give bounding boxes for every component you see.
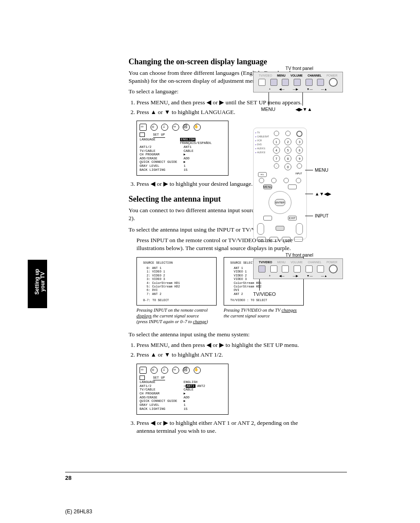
- panel1-box: TV/VIDEO MENU VOLUME CHANNEL POWER +◀: [253, 72, 343, 92]
- callout-line: [269, 92, 269, 106]
- vol-down-button[interactable]: [282, 79, 289, 86]
- input-label: INPUT: [295, 172, 302, 177]
- remote-bottom-btn[interactable]: [269, 237, 278, 242]
- osd-row: CH PROGRAM▶: [140, 153, 225, 157]
- num-5-button[interactable]: 5: [284, 147, 291, 154]
- menu-select-steps-cont: Press ◀ or ▶ to highlight either ANT 1 o…: [136, 419, 304, 435]
- osd-icon: ▭: [172, 124, 179, 131]
- lbl-channel: CHANNEL: [308, 74, 322, 77]
- callout-menu: MENU: [261, 107, 275, 112]
- lbl-volume: VOLUME: [291, 74, 303, 77]
- remote-callout-menu: MENU: [315, 167, 328, 173]
- num-8-button[interactable]: 8: [284, 155, 291, 162]
- section1-title: Changing the on-screen display language: [129, 57, 410, 66]
- osd-icon: ♫: [161, 124, 168, 131]
- mode-label: DVD: [255, 143, 269, 147]
- lbl-power: POWER: [327, 74, 338, 77]
- mode-label: AUDIO2: [255, 151, 269, 155]
- ent-button[interactable]: [297, 163, 302, 169]
- remote-box: TV CABLE/SAT VCR DVD AUDIO1 AUDIO2 12345…: [253, 128, 307, 239]
- num-2-button[interactable]: 2: [284, 138, 291, 145]
- src-line: 2: VIDEO 2: [147, 274, 213, 277]
- osd-icon: ▭: [172, 367, 179, 374]
- caption-text: Pressing INPUT on the remote control: [136, 308, 208, 313]
- callout-line: [305, 216, 313, 216]
- num-4-button[interactable]: 4: [273, 147, 280, 154]
- remote-enter-button[interactable]: ENTER: [275, 199, 285, 206]
- recall-button[interactable]: RCL: [258, 172, 267, 177]
- osd-row: CH PROGRAM▶: [140, 392, 225, 396]
- remote-ch-rocker[interactable]: [257, 223, 264, 235]
- footer-code: (E) 26HL83: [65, 508, 92, 515]
- remote-input-button[interactable]: [276, 226, 284, 231]
- panel2-title: TV front panel: [253, 253, 346, 258]
- ch-up-button[interactable]: [317, 79, 324, 86]
- num-9-button[interactable]: 9: [296, 155, 303, 162]
- num-3-button[interactable]: 3: [296, 138, 303, 145]
- menu-select-lead: To select the antenna input using the me…: [129, 331, 305, 339]
- osd-setup-icon: [140, 133, 145, 137]
- num-6-button[interactable]: 6: [296, 147, 303, 154]
- remote-small-btn[interactable]: [284, 178, 289, 183]
- mode-label: VCR: [255, 139, 269, 143]
- remote-small-btn[interactable]: [271, 178, 276, 183]
- menu-button[interactable]: [270, 265, 277, 273]
- osd-icon: ▭: [140, 367, 147, 374]
- num-0-button[interactable]: 0: [284, 163, 291, 170]
- vol-up-button[interactable]: [294, 265, 301, 273]
- mode-label: TV: [255, 131, 269, 135]
- callout-line: [305, 194, 313, 194]
- vol-down-button[interactable]: [282, 265, 289, 273]
- src-line: 0: ANT 1: [147, 266, 213, 270]
- lbl-volume: VOLUME: [291, 261, 302, 264]
- lbl-menu: MENU: [277, 261, 286, 264]
- remote-rect-button[interactable]: [263, 216, 272, 221]
- menu-button[interactable]: [270, 79, 277, 86]
- tvvideo-button[interactable]: [258, 79, 265, 86]
- remote-small-btn[interactable]: [259, 178, 264, 183]
- lbl-power: POWER: [327, 261, 338, 264]
- src-left-box: SOURCE SELECTION 0: ANT 11: VIDEO 12: VI…: [136, 257, 217, 306]
- remote-dpad[interactable]: ENTER: [269, 191, 291, 214]
- remote-callout-input: INPUT: [315, 213, 329, 218]
- src-left-title: SOURCE SELECTION: [143, 261, 213, 265]
- panel2-box: TV/VIDEO MENU VOLUME CHANNEL POWER +◀: [253, 258, 343, 279]
- remote-power-button[interactable]: [296, 131, 302, 137]
- tvvideo-button[interactable]: [258, 265, 265, 273]
- osd-row: ADD/ERASEADD: [140, 157, 225, 161]
- num-7-button[interactable]: 7: [273, 155, 280, 162]
- src-line: 6: DVI: [147, 288, 213, 292]
- src-right-foot: TV/VIDEO : TO SELECT: [230, 298, 300, 302]
- src-left-col: SOURCE SELECTION 0: ANT 11: VIDEO 12: VI…: [136, 257, 217, 324]
- dash-button[interactable]: -: [274, 163, 279, 169]
- remote-fav-button[interactable]: [288, 184, 297, 189]
- src-line: 1: VIDEO 1: [147, 270, 213, 273]
- sleep-button[interactable]: [285, 131, 291, 136]
- ch-up-button[interactable]: [317, 265, 324, 273]
- light-button[interactable]: [274, 131, 279, 136]
- power-button[interactable]: [329, 265, 338, 273]
- remote-menu-button[interactable]: MENU: [263, 184, 272, 189]
- caption-underline: change: [193, 319, 206, 324]
- vol-up-button[interactable]: [294, 79, 301, 86]
- osd-setup-icon: [140, 376, 145, 380]
- front-panel-2: TV front panel TV/VIDEO MENU VOLUME CHAN…: [253, 253, 346, 297]
- tab-line1: Setting up: [34, 269, 40, 295]
- remote-exit-button[interactable]: EXIT: [288, 216, 297, 221]
- remote-bottom-btn[interactable]: [257, 237, 266, 242]
- osd-row: BACK LIGHTING15: [140, 168, 225, 172]
- ch-down-button[interactable]: [306, 265, 313, 273]
- ch-down-button[interactable]: [306, 79, 313, 86]
- remote-vol-rocker[interactable]: [296, 223, 303, 235]
- ms-step3: Press ◀ or ▶ to highlight either ANT 1 o…: [136, 419, 304, 435]
- callout-dir: ◀▶▼▲: [295, 107, 312, 112]
- lbl-channel: CHANNEL: [308, 261, 321, 264]
- lbl-menu: MENU: [277, 74, 285, 77]
- num-1-button[interactable]: 1: [273, 138, 280, 145]
- remote-bottom-btn[interactable]: [294, 237, 303, 242]
- callout-line: [259, 279, 260, 291]
- osd-row: QUICK CONNECT GUIDE▶: [140, 399, 225, 403]
- power-button[interactable]: [329, 78, 338, 87]
- remote-bottom-btn[interactable]: [282, 237, 291, 242]
- remote-small-btn[interactable]: [296, 178, 301, 183]
